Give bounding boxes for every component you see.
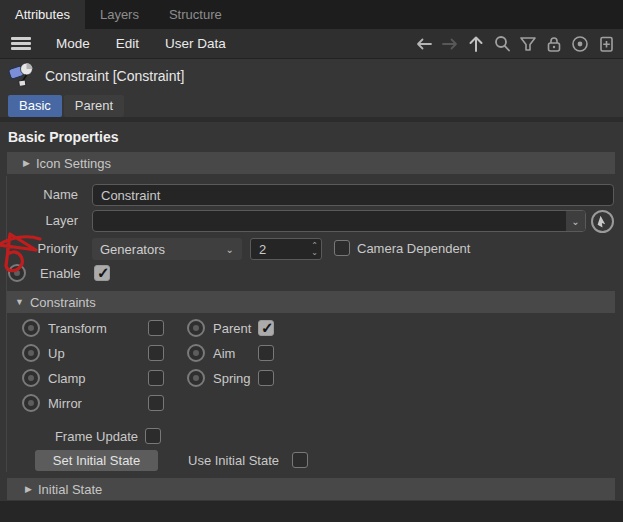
clamp-label: Clamp	[48, 368, 86, 390]
transform-label: Transform	[48, 318, 107, 340]
enable-label: Enable	[40, 263, 80, 285]
camera-dependent-checkbox[interactable]	[334, 240, 350, 256]
back-icon[interactable]	[412, 32, 436, 56]
group-constraints-label: Constraints	[30, 295, 96, 310]
tabstrip-divider	[0, 117, 623, 122]
search-icon[interactable]	[490, 32, 514, 56]
up-checkbox[interactable]	[148, 345, 164, 361]
transform-record-circle-icon[interactable]	[22, 319, 40, 337]
collapsed-triangle-icon: ▶	[25, 484, 32, 494]
spring-record-circle-icon[interactable]	[187, 369, 205, 387]
menu-bar: Mode Edit User Data	[0, 29, 623, 59]
name-input[interactable]	[92, 184, 614, 206]
object-title: Constraint [Constraint]	[45, 68, 184, 84]
priority-mode-dropdown[interactable]: Generators ⌄	[92, 238, 242, 260]
group-icon-settings-label: Icon Settings	[36, 156, 111, 171]
lock-icon[interactable]	[542, 32, 566, 56]
up-label: Up	[48, 343, 65, 365]
group-icon-settings[interactable]: ▶ Icon Settings	[7, 152, 615, 174]
camera-dependent-label: Camera Dependent	[357, 238, 470, 260]
menu-mode[interactable]: Mode	[43, 36, 103, 51]
tab-layers[interactable]: Layers	[85, 0, 154, 29]
mirror-checkbox[interactable]	[148, 395, 164, 411]
enable-checkbox[interactable]	[94, 265, 110, 281]
menu-edit[interactable]: Edit	[103, 36, 152, 51]
name-label: Name	[0, 184, 78, 206]
tab-structure[interactable]: Structure	[154, 0, 237, 29]
up-arrow-icon[interactable]	[464, 32, 488, 56]
priority-mode-value: Generators	[100, 242, 165, 257]
use-initial-state-label: Use Initial State	[188, 450, 279, 472]
use-initial-state-checkbox[interactable]	[292, 452, 308, 468]
mirror-label: Mirror	[48, 393, 82, 415]
group-constraints[interactable]: ▼ Constraints	[7, 291, 615, 313]
spring-checkbox[interactable]	[258, 370, 274, 386]
layer-label: Layer	[0, 210, 78, 232]
parent-label: Parent	[213, 318, 251, 340]
tab-basic[interactable]: Basic	[8, 95, 62, 117]
constraint-tag-icon	[8, 61, 35, 92]
group-initial-state-label: Initial State	[38, 482, 102, 497]
clamp-checkbox[interactable]	[148, 370, 164, 386]
priority-number-value: 2	[259, 242, 266, 257]
add-panel-icon[interactable]	[594, 32, 618, 56]
collapsed-triangle-icon: ▶	[23, 158, 30, 168]
tab-parent[interactable]: Parent	[64, 95, 124, 117]
chevron-down-icon[interactable]: ⌄	[566, 211, 585, 231]
aim-checkbox[interactable]	[258, 345, 274, 361]
menu-bar-icons	[412, 29, 618, 59]
parent-record-circle-icon[interactable]	[187, 319, 205, 337]
chevron-down-icon: ⌄	[226, 244, 234, 255]
tab-attributes[interactable]: Attributes	[0, 0, 85, 29]
attribute-manager-panel: Attributes Layers Structure Mode Edit Us…	[0, 0, 623, 522]
layer-dropdown[interactable]: ⌄	[92, 210, 586, 232]
record-target-icon[interactable]	[568, 32, 592, 56]
object-header: Constraint [Constraint]	[0, 61, 623, 91]
enable-record-circle-icon[interactable]	[8, 264, 26, 282]
priority-label: Priority	[0, 238, 78, 260]
section-title: Basic Properties	[8, 129, 119, 145]
mirror-record-circle-icon[interactable]	[22, 394, 40, 412]
layer-pick-button[interactable]	[591, 210, 614, 233]
set-initial-state-button[interactable]: Set Initial State	[35, 450, 158, 471]
number-spinner[interactable]: ⌃ ⌄	[311, 239, 318, 259]
spinner-down-icon[interactable]: ⌄	[311, 249, 318, 256]
property-tab-strip: Basic Parent	[8, 95, 124, 117]
panel-tab-bar: Attributes Layers Structure	[0, 0, 623, 29]
forward-icon[interactable]	[438, 32, 462, 56]
hamburger-menu-icon[interactable]	[11, 37, 31, 50]
up-record-circle-icon[interactable]	[22, 344, 40, 362]
priority-number-field[interactable]: 2 ⌃ ⌄	[250, 238, 322, 260]
group-initial-state[interactable]: ▶ Initial State	[7, 478, 615, 500]
aim-label: Aim	[213, 343, 235, 365]
menu-user-data[interactable]: User Data	[152, 36, 239, 51]
expanded-triangle-icon: ▼	[15, 297, 24, 307]
frame-update-label: Frame Update	[0, 426, 138, 448]
filter-icon[interactable]	[516, 32, 540, 56]
transform-checkbox[interactable]	[148, 320, 164, 336]
aim-record-circle-icon[interactable]	[187, 344, 205, 362]
clamp-record-circle-icon[interactable]	[22, 369, 40, 387]
spring-label: Spring	[213, 368, 251, 390]
panel-bottom-area	[0, 501, 623, 522]
parent-checkbox[interactable]	[258, 320, 274, 336]
frame-update-checkbox[interactable]	[145, 428, 161, 444]
